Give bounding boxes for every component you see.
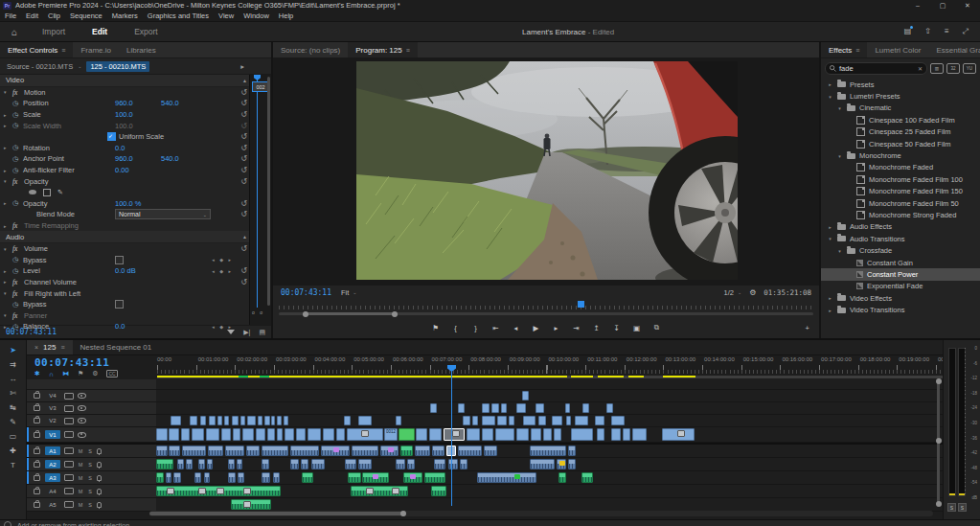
go-to-out-button[interactable]: ⇥ — [573, 324, 581, 332]
video-clip[interactable] — [217, 416, 222, 425]
reset-parameter-icon[interactable]: ↺ — [240, 177, 247, 186]
app-notification-icon[interactable]: ▤ — [904, 27, 912, 36]
audio-clip[interactable] — [311, 459, 325, 469]
audio-clip[interactable] — [290, 459, 299, 469]
pen-tool[interactable]: ✎ — [10, 418, 16, 426]
audio-clip[interactable] — [581, 472, 593, 483]
video-clip[interactable] — [271, 416, 275, 425]
track-target-a5[interactable]: A5 — [45, 500, 60, 509]
reset-parameter-icon[interactable]: ↺ — [240, 210, 247, 218]
video-clip[interactable] — [285, 428, 294, 441]
track-header-a2[interactable]: A2MS — [27, 458, 156, 470]
audio-clip[interactable] — [352, 446, 378, 456]
menu-item-edit[interactable]: Edit — [21, 11, 43, 20]
video-clip[interactable] — [482, 428, 493, 441]
track-target-a2[interactable]: A2 — [45, 460, 60, 469]
zoom-handles[interactable]: o o — [252, 309, 264, 315]
track-lane-a2[interactable] — [156, 458, 943, 470]
solo-button[interactable]: S — [87, 462, 93, 468]
effects-tree-item-crossfade[interactable]: ▾Crossfade — [821, 244, 980, 256]
track-header-a4[interactable]: A4MS — [27, 485, 156, 497]
stopwatch-icon[interactable]: ◷ — [12, 100, 23, 107]
effect-row-panner[interactable]: ▾fxPanner — [0, 309, 250, 321]
video-clip[interactable] — [258, 416, 262, 425]
ellipse-mask-icon[interactable] — [29, 190, 36, 194]
checkbox[interactable] — [115, 300, 124, 309]
audio-clip[interactable] — [345, 459, 356, 469]
razor-tool[interactable]: ✄ — [10, 389, 16, 398]
hand-tool[interactable]: ✚ — [10, 446, 16, 455]
audio-clip[interactable] — [166, 472, 171, 483]
video-clip[interactable] — [458, 403, 465, 413]
menu-item-clip[interactable]: Clip — [43, 11, 65, 20]
snap-icon[interactable]: ∩ — [49, 371, 54, 377]
timeline-timecode[interactable]: 00:07:43:11 — [34, 356, 157, 369]
mute-button[interactable]: M — [78, 489, 83, 494]
audio-clip[interactable] — [198, 459, 205, 469]
audio-clip[interactable] — [358, 459, 372, 469]
video-clip[interactable] — [284, 416, 288, 425]
video-clip[interactable] — [430, 403, 437, 413]
toggle-track-output-icon[interactable] — [78, 393, 86, 399]
stopwatch-icon[interactable]: ◷ — [12, 256, 23, 263]
source-patch-icon[interactable] — [64, 501, 74, 508]
track-header-a1[interactable]: A1MS — [27, 445, 156, 457]
ripple-edit-tool[interactable]: ↔ — [10, 375, 17, 383]
video-clip[interactable] — [256, 428, 265, 441]
effects-tree-item-cinematic[interactable]: ▾Cinematic — [821, 103, 980, 114]
audio-clip[interactable] — [301, 459, 308, 469]
audio-clip[interactable] — [156, 459, 173, 469]
pen-mask-icon[interactable]: ✎ — [57, 189, 63, 196]
video-clip[interactable] — [277, 416, 282, 425]
effect-row-channel-volume[interactable]: ▸fxChannel Volume↺ — [0, 277, 250, 288]
timeline-settings-icon[interactable]: ⚙ — [92, 370, 98, 377]
panel-tab-effects[interactable]: Effects≡ — [821, 42, 867, 57]
voiceover-record-icon[interactable] — [97, 502, 102, 508]
track-height-handle-mid[interactable] — [936, 438, 942, 444]
video-clip[interactable] — [416, 428, 427, 441]
track-target-v4[interactable]: V4 — [45, 392, 60, 400]
audio-clip[interactable] — [173, 472, 181, 483]
step-back-button[interactable]: ◂ — [513, 324, 520, 332]
stopwatch-icon[interactable]: ◷ — [12, 167, 23, 174]
voiceover-record-icon[interactable] — [97, 489, 102, 494]
audio-clip[interactable] — [228, 459, 235, 469]
video-clip[interactable] — [396, 416, 401, 425]
stopwatch-icon[interactable]: ◷ — [12, 323, 23, 331]
video-clip[interactable] — [308, 428, 321, 441]
effect-row-level[interactable]: ▸◷Level0.0 dB◂ ◆ ▸↺ — [0, 265, 250, 277]
video-clip[interactable] — [595, 416, 604, 425]
video-clip[interactable] — [209, 416, 216, 425]
effect-row-shapes[interactable]: ✎ — [0, 187, 250, 198]
menu-item-view[interactable]: View — [214, 11, 239, 20]
solo-button[interactable]: S — [958, 503, 967, 512]
track-target-v1[interactable]: V1 — [45, 430, 60, 439]
track-header-a5[interactable]: A5MS — [27, 498, 156, 511]
lock-icon[interactable] — [34, 448, 40, 454]
video-clip[interactable] — [358, 416, 372, 425]
audio-clip[interactable] — [400, 446, 413, 456]
slip-tool[interactable]: ↹ — [10, 403, 16, 412]
close-button[interactable]: ✕ — [955, 0, 980, 11]
video-clip[interactable] — [482, 403, 490, 413]
source-patch-icon[interactable] — [64, 474, 74, 481]
video-clip[interactable] — [497, 416, 507, 425]
voiceover-record-icon[interactable] — [97, 475, 102, 481]
audio-clip[interactable] — [557, 459, 566, 469]
program-playhead[interactable] — [578, 301, 584, 308]
playback-resolution-selector[interactable]: 1/2⌄ — [724, 288, 742, 297]
panel-tab-lumetri-color[interactable]: Lumetri Color — [867, 42, 928, 57]
effects-tree-item-monochrome-strong-faded[interactable]: Monochrome Strong Faded — [821, 209, 980, 220]
lock-icon[interactable] — [34, 432, 40, 438]
effect-row-balance[interactable]: ▸◷Balance0.0◂ ◆ ▸ — [0, 321, 250, 332]
effects-tree-item-cinespace-25-faded-film[interactable]: Cinespace 25 Faded Film — [821, 126, 980, 138]
audio-clip[interactable] — [156, 472, 164, 483]
video-clip[interactable] — [509, 416, 514, 425]
toggle-track-output-icon[interactable] — [78, 418, 86, 423]
audio-clip[interactable] — [262, 459, 269, 469]
audio-clip[interactable] — [380, 446, 399, 456]
captions-icon[interactable]: CC — [106, 370, 117, 377]
audio-clip[interactable] — [182, 446, 206, 456]
extract-button[interactable]: ↧ — [613, 324, 621, 332]
video-clip[interactable] — [516, 428, 529, 441]
